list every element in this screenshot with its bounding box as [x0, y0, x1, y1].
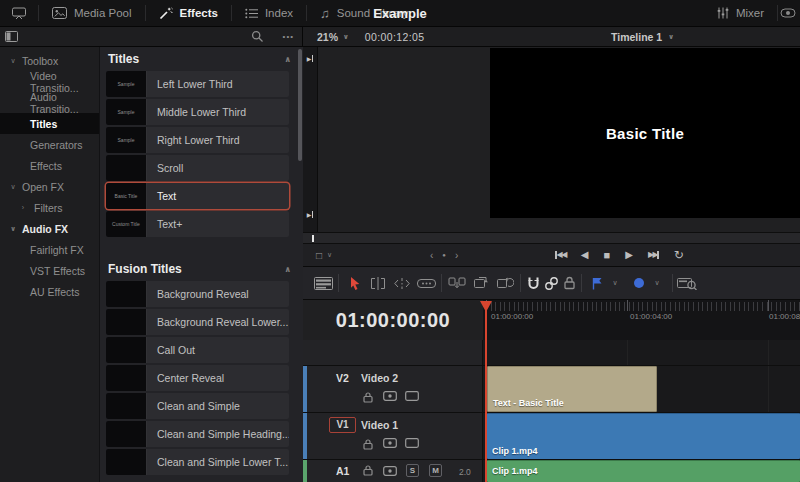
sidebar-group-openfx[interactable]: ∨ Open FX: [0, 176, 99, 197]
timeline-view-options-button[interactable]: [311, 267, 335, 299]
blade-edit-mode-button[interactable]: [414, 267, 438, 299]
sidebar-item-audio-transitions[interactable]: Audio Transitio...: [0, 92, 99, 113]
destination-track-v1[interactable]: V1: [329, 417, 356, 433]
effects-button[interactable]: Effects: [146, 0, 231, 26]
jog-control[interactable]: ‹ ● ›: [430, 250, 458, 261]
basic-title-overlay: Basic Title: [606, 125, 684, 142]
effect-item-clean-and-simple-lower[interactable]: Clean and Simple Lower T...: [106, 449, 289, 475]
effects-scrollbar[interactable]: [298, 49, 302, 161]
snapping-button[interactable]: [524, 267, 542, 299]
effect-item-call-out[interactable]: Call Out: [106, 337, 289, 363]
effect-item-clean-and-simple-heading[interactable]: Clean and Simple Heading...: [106, 421, 289, 447]
timeline-selector[interactable]: Timeline 1 ∨: [611, 31, 674, 43]
playhead-line[interactable]: [485, 302, 487, 482]
effect-item-left-lower-third[interactable]: Sample Left Lower Third: [106, 71, 289, 97]
sidebar-item-au-effects[interactable]: AU Effects: [0, 281, 99, 302]
sidebar-item-fairlight-fx[interactable]: Fairlight FX: [0, 239, 99, 260]
first-frame-button[interactable]: ◀◀: [555, 251, 566, 259]
last-frame-button[interactable]: ▶▶: [648, 251, 659, 259]
mute-button[interactable]: M: [429, 464, 442, 477]
in-point-icon[interactable]: ▶: [307, 55, 314, 62]
effect-item-background-reveal[interactable]: Background Reveal: [106, 281, 289, 307]
chevron-right-icon: ›: [16, 204, 30, 211]
clip-text-basic-title[interactable]: Text - Basic Title: [487, 366, 657, 412]
track-enable-icon[interactable]: [383, 438, 397, 448]
effect-item-center-reveal[interactable]: Center Reveal: [106, 365, 289, 391]
viewer-zoom-select[interactable]: 21% ∨: [317, 31, 349, 43]
cinema-viewer-button[interactable]: [0, 0, 38, 26]
effect-item-scroll[interactable]: Scroll: [106, 155, 289, 181]
dynamic-trim-mode-button[interactable]: [390, 267, 414, 299]
effect-item-text-plus[interactable]: Custom Title Text+: [106, 211, 289, 237]
sidebar-group-toolbox[interactable]: ∨ Toolbox: [0, 50, 99, 71]
clip-audio-clip1[interactable]: Clip 1.mp4: [487, 460, 800, 482]
solo-button[interactable]: S: [406, 464, 419, 477]
viewer-scrub-bar[interactable]: [303, 232, 800, 244]
jog-left-icon: ‹: [430, 250, 433, 261]
search-icon[interactable]: [251, 30, 264, 43]
sidebar-item-effects[interactable]: Effects: [0, 155, 99, 176]
effect-item-clean-and-simple[interactable]: Clean and Simple: [106, 393, 289, 419]
chevron-down-icon: ∨: [668, 33, 674, 41]
trim-edit-mode-button[interactable]: [366, 267, 390, 299]
sidebar-item-generators[interactable]: Generators: [0, 134, 99, 155]
track-header-v2[interactable]: V2 Video 2: [303, 366, 483, 412]
replace-clip-button[interactable]: [493, 267, 517, 299]
flag-button[interactable]: [585, 267, 609, 299]
fusion-titles-section-title: Fusion Titles: [108, 262, 182, 276]
effect-thumbnail: Sample: [106, 71, 147, 97]
timeline-zoom-button[interactable]: [676, 267, 700, 299]
flag-dropdown-chevron[interactable]: ∨: [612, 279, 617, 287]
track-auto-select-icon[interactable]: [405, 438, 419, 448]
ruler-label: 01:00:04:00: [630, 312, 672, 321]
out-point-icon[interactable]: ▶: [307, 211, 314, 218]
effect-label: Background Reveal Lower...: [147, 309, 289, 335]
play-button[interactable]: ▶: [625, 250, 633, 260]
effect-item-middle-lower-third[interactable]: Sample Middle Lower Third: [106, 99, 289, 125]
position-lock-button[interactable]: [560, 267, 578, 299]
selection-mode-button[interactable]: [342, 267, 366, 299]
timeline-ruler[interactable]: 01:00:00:00 01:00:04:00 01:00:08:00: [483, 300, 800, 340]
loop-button[interactable]: ↻: [674, 249, 684, 261]
chevron-down-icon: ∨: [6, 57, 20, 65]
track-lock-icon[interactable]: [363, 392, 373, 403]
mixer-button[interactable]: Mixer: [704, 0, 777, 26]
effect-item-right-lower-third[interactable]: Sample Right Lower Third: [106, 127, 289, 153]
sidebar-item-titles[interactable]: Titles: [0, 113, 99, 134]
media-pool-button[interactable]: Media Pool: [39, 0, 145, 26]
sidebar-group-audiofx[interactable]: ∨ Audio FX: [0, 218, 99, 239]
play-reverse-button[interactable]: ◀: [581, 250, 589, 260]
sidebar-item-filters[interactable]: › Filters: [0, 197, 99, 218]
sidebar-item-vst-effects[interactable]: VST Effects: [0, 260, 99, 281]
clip-video-clip1[interactable]: Clip 1.mp4: [487, 413, 800, 459]
fusion-titles-section-header[interactable]: Fusion Titles ∧: [100, 257, 303, 281]
track-lock-icon[interactable]: [363, 465, 373, 476]
marker-button[interactable]: [627, 267, 651, 299]
truncated-corner-icon[interactable]: [778, 0, 800, 26]
insert-clip-button[interactable]: [445, 267, 469, 299]
titles-section-header[interactable]: Titles ∧: [100, 47, 303, 71]
viewer-overlay-select[interactable]: □ ∨: [316, 250, 332, 261]
panel-toggle-icon[interactable]: [5, 31, 18, 42]
overwrite-clip-button[interactable]: [469, 267, 493, 299]
track-enable-icon[interactable]: [383, 466, 397, 476]
ruler-ticks: [486, 302, 800, 311]
stop-button[interactable]: ■: [604, 250, 611, 261]
track-enable-icon[interactable]: [383, 391, 397, 401]
effects-panel-header: •••: [0, 27, 303, 46]
effect-item-text-selected[interactable]: Basic Title Text: [106, 183, 289, 209]
effect-thumbnail: [106, 365, 147, 391]
marker-dropdown-chevron[interactable]: ∨: [654, 279, 659, 287]
master-timecode-panel: 01:00:00:00: [303, 300, 483, 340]
sidebar-item-video-transitions[interactable]: Video Transitio...: [0, 71, 99, 92]
sound-library-button[interactable]: ♫ Sound Library: [307, 0, 421, 26]
index-button[interactable]: Index: [232, 0, 306, 26]
track-header-v1[interactable]: V1 Video 1: [303, 413, 483, 459]
track-auto-select-icon[interactable]: [405, 391, 419, 401]
effect-item-background-reveal-lower[interactable]: Background Reveal Lower...: [106, 309, 289, 335]
scrub-playhead[interactable]: [312, 235, 314, 242]
track-lock-icon[interactable]: [363, 439, 373, 450]
linked-selection-button[interactable]: [542, 267, 560, 299]
track-header-a1[interactable]: A1 S M 2.0: [303, 460, 483, 482]
options-menu-icon[interactable]: •••: [283, 27, 294, 47]
